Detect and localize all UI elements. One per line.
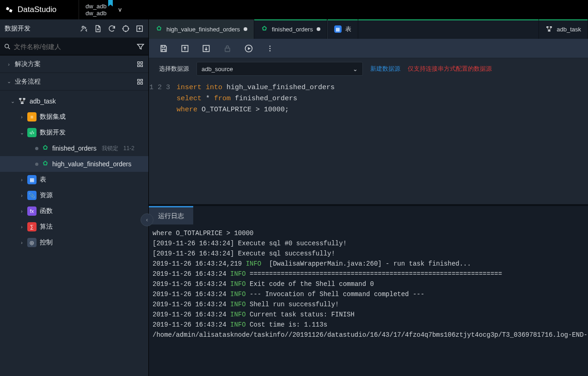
node-icon xyxy=(155,25,163,33)
algorithm-icon: ∑ xyxy=(27,222,37,231)
user-switch-icon[interactable] xyxy=(80,24,88,33)
workspace-line1: dw_adb xyxy=(86,3,107,10)
lock-label: 我锁定 xyxy=(102,145,118,152)
chevron-down-icon: ⌄ xyxy=(19,130,24,136)
flow-icon xyxy=(545,25,553,33)
tree-item-label: 算法 xyxy=(40,223,53,231)
svg-rect-6 xyxy=(550,26,552,28)
locate-icon[interactable] xyxy=(122,24,130,33)
svg-point-10 xyxy=(270,45,271,47)
brand-icon xyxy=(6,6,14,14)
editor-toolbar xyxy=(149,39,588,58)
data-integration-icon: ≡ xyxy=(27,112,37,121)
filter-icon[interactable] xyxy=(136,42,145,51)
grid-icon[interactable] xyxy=(136,78,144,85)
svg-rect-8 xyxy=(225,48,230,52)
save-icon[interactable] xyxy=(159,44,168,53)
tree-root[interactable]: ⌄ adb_task xyxy=(0,93,148,109)
section-label: 业务流程 xyxy=(15,78,41,86)
chevron-right-icon: › xyxy=(6,61,11,67)
tree-file-high-value[interactable]: high_value_finished_orders xyxy=(0,156,148,172)
bookmark-icon xyxy=(108,0,113,6)
collapse-sidebar-button[interactable]: ‹ xyxy=(141,213,153,226)
new-file-icon[interactable] xyxy=(94,24,102,33)
work-area: high_value_finished_orders finished_orde… xyxy=(149,19,588,376)
tree-table[interactable]: › ▦ 表 xyxy=(0,172,148,188)
datasource-warning: 仅支持连接串方式配置的数据源 xyxy=(408,65,492,73)
title-bar: DataStudio dw_adb dw_adb ⅴ xyxy=(0,0,588,19)
tree-control[interactable]: › ◎ 控制 xyxy=(0,235,148,250)
control-icon: ◎ xyxy=(27,238,37,247)
tree-function[interactable]: › fx 函数 xyxy=(0,203,148,219)
import-icon[interactable] xyxy=(135,24,144,33)
tree-item-label: 数据集成 xyxy=(40,113,66,121)
sidebar-header: 数据开发 xyxy=(0,19,148,38)
chevron-right-icon: › xyxy=(19,208,24,214)
function-icon: fx xyxy=(27,206,37,216)
run-icon[interactable] xyxy=(244,44,253,53)
chevron-right-icon: › xyxy=(19,240,24,245)
table-icon: ▦ xyxy=(27,175,37,184)
tree-item-label: 数据开发 xyxy=(40,128,66,137)
tree-file-label: high_value_finished_orders xyxy=(52,160,131,168)
tab-table[interactable]: ▦ 表 xyxy=(327,19,358,39)
table-icon: ▦ xyxy=(334,25,342,33)
section-solutions[interactable]: ›解决方案 xyxy=(0,55,148,73)
tab-finished-orders[interactable]: finished_orders xyxy=(254,19,327,39)
chevron-down-icon[interactable]: ⅴ xyxy=(118,6,122,13)
code-editor[interactable]: 1 2 3 insert into high_value_finished_or… xyxy=(149,79,588,204)
file-tree: ⌄ adb_task › ≡ 数据集成 ⌄ ‹/› 数据开发 finished_… xyxy=(0,91,148,253)
tree-root-label: adb_task xyxy=(30,97,56,105)
tree-data-dev[interactable]: ⌄ ‹/› 数据开发 xyxy=(0,125,148,140)
svg-point-0 xyxy=(123,26,129,31)
chevron-right-icon: › xyxy=(19,224,24,230)
code-content[interactable]: insert into high_value_finished_orders s… xyxy=(177,79,588,204)
log-tabs: 运行日志 xyxy=(149,204,588,224)
deploy-icon[interactable] xyxy=(202,44,211,53)
node-icon xyxy=(42,160,49,168)
search-icon xyxy=(4,43,11,50)
tree-algorithm[interactable]: › ∑ 算法 xyxy=(0,219,148,235)
log-tab-label: 运行日志 xyxy=(158,212,184,220)
more-icon[interactable] xyxy=(265,44,275,53)
status-dot-icon xyxy=(35,163,38,166)
section-flows[interactable]: ⌄业务流程 xyxy=(0,73,148,91)
tab-adb-task[interactable]: adb_task xyxy=(539,19,588,39)
data-dev-icon: ‹/› xyxy=(27,128,37,137)
new-datasource-link[interactable]: 新建数据源 xyxy=(370,65,400,73)
refresh-icon[interactable] xyxy=(108,24,116,33)
section-label: 解决方案 xyxy=(15,60,41,68)
flow-icon xyxy=(18,97,26,105)
brand-label: DataStudio xyxy=(18,5,56,14)
tab-label: high_value_finished_orders xyxy=(166,26,240,33)
tree-file-finished-orders[interactable]: finished_orders 我锁定 11-2 xyxy=(0,140,148,156)
tree-item-label: 函数 xyxy=(40,207,53,215)
grid-icon[interactable] xyxy=(136,61,144,68)
tree-file-label: finished_orders xyxy=(52,145,97,152)
tab-high-value[interactable]: high_value_finished_orders xyxy=(149,19,254,39)
svg-point-11 xyxy=(270,48,271,49)
chevron-right-icon: › xyxy=(19,177,24,182)
chevron-right-icon: › xyxy=(19,114,24,120)
search-input[interactable] xyxy=(14,43,134,50)
svg-point-12 xyxy=(270,50,271,51)
svg-rect-3 xyxy=(23,98,25,100)
tab-label: 表 xyxy=(345,25,351,33)
sidebar-title: 数据开发 xyxy=(5,24,31,33)
tab-label: finished_orders xyxy=(272,26,313,33)
chevron-down-icon: ⌄ xyxy=(6,79,11,85)
workspace-tab[interactable]: dw_adb dw_adb ⅴ xyxy=(79,0,125,19)
submit-icon[interactable] xyxy=(180,44,190,53)
svg-rect-2 xyxy=(19,98,21,100)
tab-label: adb_task xyxy=(557,26,581,33)
chevron-down-icon: ⌄ xyxy=(10,98,15,104)
svg-point-1 xyxy=(5,44,9,48)
tree-resource[interactable]: › 📎 资源 xyxy=(0,188,148,203)
log-tab-run[interactable]: 运行日志 xyxy=(149,206,193,224)
log-output[interactable]: where O_TOTALPRICE > 10000 [2019-11-26 1… xyxy=(149,224,588,376)
tree-data-integration[interactable]: › ≡ 数据集成 xyxy=(0,109,148,125)
chevron-down-icon: ⌄ xyxy=(353,66,358,73)
svg-rect-7 xyxy=(548,30,551,31)
datasource-select[interactable]: adb_source ⌄ xyxy=(196,62,363,76)
sidebar: 数据开发 ›解决方案 ⌄业务流程 ⌄ a xyxy=(0,19,149,376)
